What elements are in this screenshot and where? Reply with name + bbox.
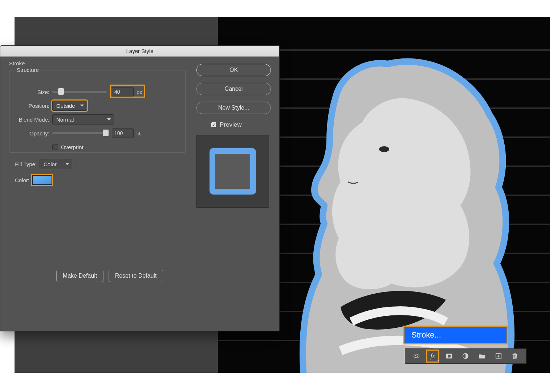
preview-label: Preview — [220, 121, 241, 128]
svg-point-0 — [379, 146, 389, 152]
blend-mode-value: Normal — [56, 117, 74, 123]
position-dropdown[interactable]: Outside — [52, 101, 87, 111]
link-icon[interactable] — [411, 351, 422, 362]
blend-mode-label: Blend Mode: — [15, 117, 52, 123]
size-label: Size: — [15, 89, 52, 95]
filltype-value: Color — [44, 161, 57, 167]
color-swatch[interactable] — [32, 175, 52, 185]
overprint-checkbox[interactable] — [52, 144, 58, 150]
layers-panel-footer: fx ▾ — [405, 348, 526, 364]
cancel-button[interactable]: Cancel — [196, 83, 271, 95]
dialog-title: Layer Style — [0, 46, 279, 57]
opacity-slider[interactable] — [52, 132, 107, 134]
folder-icon[interactable] — [477, 351, 488, 362]
size-slider[interactable] — [52, 91, 107, 93]
subject-silhouette — [275, 53, 529, 373]
fx-menu-item-stroke-label: Stroke... — [411, 330, 441, 340]
fx-icon[interactable]: fx ▾ — [427, 351, 438, 362]
preview-thumbnail — [196, 135, 269, 208]
opacity-input[interactable] — [112, 128, 134, 138]
color-label: Color: — [9, 177, 32, 183]
trash-icon[interactable] — [509, 351, 520, 362]
size-input[interactable] — [112, 87, 134, 97]
opacity-label: Opacity: — [15, 130, 52, 136]
opacity-unit: % — [137, 130, 141, 136]
blend-mode-dropdown[interactable]: Normal — [52, 114, 114, 124]
structure-legend: Structure — [15, 67, 41, 73]
new-style-button[interactable]: New Style... — [196, 102, 271, 114]
ok-button[interactable]: OK — [196, 64, 271, 76]
stroke-section-label: Stroke — [9, 60, 186, 66]
adjustment-icon[interactable] — [460, 351, 471, 362]
fx-menu-item-stroke[interactable]: Stroke... — [404, 327, 507, 343]
filltype-label: Fill Type: — [9, 161, 40, 167]
filltype-dropdown[interactable]: Color — [40, 159, 72, 169]
preview-checkbox[interactable] — [211, 122, 217, 128]
make-default-button[interactable]: Make Default — [56, 270, 103, 282]
new-layer-icon[interactable] — [493, 351, 504, 362]
size-unit: px — [137, 89, 142, 95]
mask-icon[interactable] — [444, 351, 455, 362]
svg-point-2 — [448, 355, 451, 358]
position-label: Position: — [15, 103, 52, 109]
structure-fieldset: Structure Size: px Position: — [9, 70, 186, 153]
position-value: Outside — [56, 103, 75, 109]
preview-stroke-swatch — [210, 148, 256, 195]
reset-default-button[interactable]: Reset to Default — [109, 270, 163, 282]
layer-style-dialog: Layer Style Stroke Structure Size: px — [0, 45, 280, 331]
overprint-label: Overprint — [61, 144, 84, 150]
